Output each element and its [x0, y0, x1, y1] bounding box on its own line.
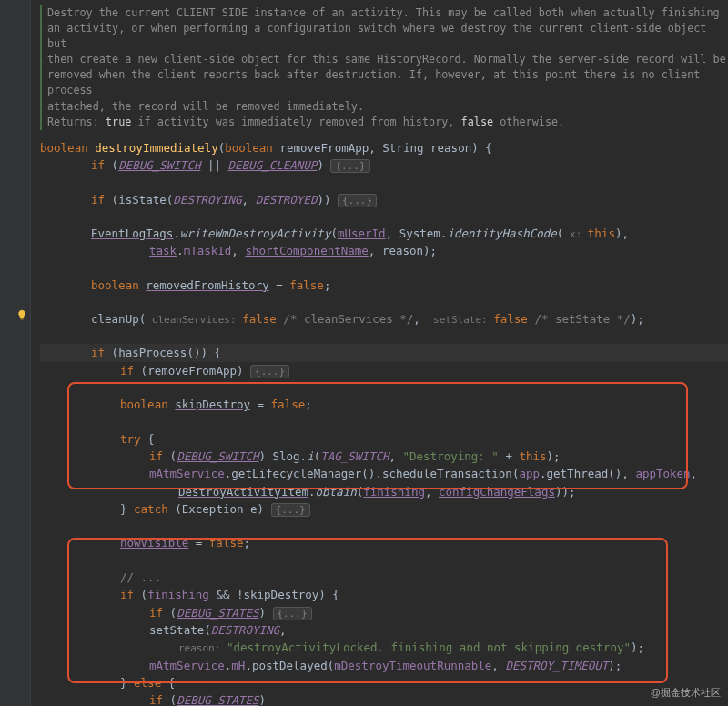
code-line: boolean skipDestroy = false; [40, 396, 728, 413]
code-editor[interactable]: Destroy the current CLIENT SIDE instance… [0, 0, 728, 706]
code-line: if (DEBUG_STATES) {...} [40, 604, 728, 621]
code-line: if (removeFromApp) {...} [40, 362, 728, 379]
doc-line: an activity, or when performing a config… [47, 21, 728, 52]
doc-line: removed when the client reports back aft… [47, 67, 728, 98]
code-line: if (DEBUG_SWITCH) Slog.i(TAG_SWITCH, "De… [40, 448, 728, 465]
watermark-text: @掘金技术社区 [651, 685, 721, 701]
code-line: try { [40, 430, 728, 448]
code-line: boolean removedFromHistory = false; [40, 277, 728, 294]
method-signature: boolean destroyImmediately(boolean remov… [40, 139, 728, 156]
code-line: } else { [40, 674, 728, 691]
code-line: DestroyActivityItem.obtain(finishing, co… [40, 483, 728, 500]
code-line: setState(DESTROYING, [40, 621, 728, 639]
code-line: mAtmService.mH.postDelayed(mDestroyTimeo… [40, 657, 728, 674]
doc-line: then create a new client-side object for… [47, 52, 728, 67]
javadoc-block: Destroy the current CLIENT SIDE instance… [40, 5, 728, 130]
editor-gutter [0, 0, 31, 706]
code-line: } catch (Exception e) {...} [40, 500, 728, 518]
fold-marker[interactable]: {...} [271, 503, 310, 517]
code-line: mAtmService.getLifecycleManager().schedu… [40, 465, 728, 482]
code-line: if (DEBUG_STATES) [40, 691, 728, 706]
code-line: if (finishing && !skipDestroy) { [40, 586, 728, 603]
fold-marker[interactable]: {...} [330, 159, 369, 173]
code-line-current: if (hasProcess()) { [40, 344, 728, 361]
code-line: // ... [40, 569, 728, 586]
lightbulb-icon[interactable] [16, 308, 27, 318]
code-line: EventLogTags.writeWmDestroyActivity(mUse… [40, 225, 728, 242]
code-line: nowVisible = false; [40, 534, 728, 551]
doc-line: Destroy the current CLIENT SIDE instance… [47, 5, 728, 21]
doc-line: attached, the record will be removed imm… [47, 99, 728, 115]
code-line: reason: "destroyActivityLocked. finishin… [40, 639, 728, 656]
fold-marker[interactable]: {...} [273, 607, 312, 620]
fold-marker[interactable]: {...} [250, 365, 289, 378]
fold-marker[interactable]: {...} [338, 194, 377, 207]
code-line: cleanUp( cleanServices: false /* cleanSe… [40, 310, 728, 328]
code-line: if (DEBUG_SWITCH || DEBUG_CLEANUP) {...} [40, 156, 728, 174]
code-line: if (isState(DESTROYING, DESTROYED)) {...… [40, 191, 728, 208]
doc-returns: Returns: true if activity was immediatel… [47, 115, 728, 130]
code-line: task.mTaskId, shortComponentName, reason… [40, 242, 728, 259]
